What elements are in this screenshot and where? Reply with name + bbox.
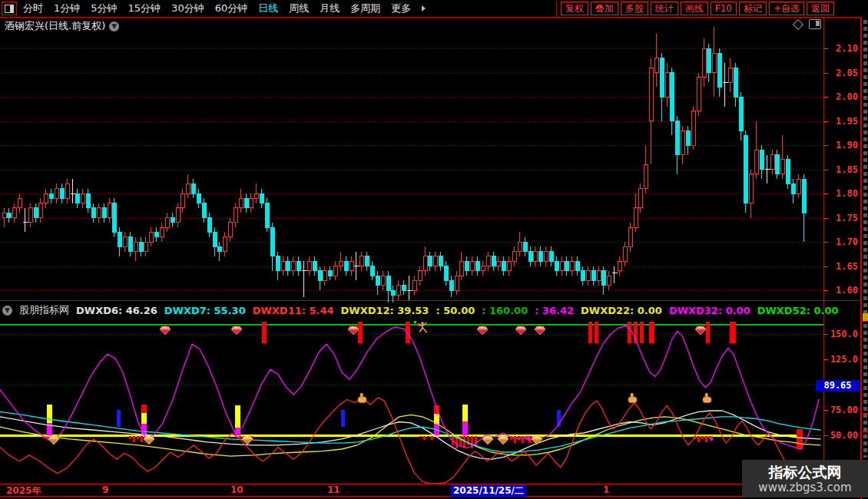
- candle: [197, 193, 200, 203]
- chevron-down-icon[interactable]: ▼: [109, 21, 119, 31]
- period-tab-5分钟[interactable]: 5分钟: [91, 0, 117, 17]
- candle: [176, 208, 180, 223]
- candle: [307, 261, 311, 271]
- candle: [749, 174, 753, 203]
- period-tab-60分钟[interactable]: 60分钟: [215, 0, 248, 17]
- candle: [538, 252, 542, 262]
- candle: [707, 48, 711, 73]
- period-tab-日线[interactable]: 日线: [258, 0, 278, 17]
- toolbar-button-返回[interactable]: 返回: [807, 2, 834, 15]
- candle: [91, 208, 95, 218]
- candle: [65, 183, 69, 198]
- period-tab-周线[interactable]: 周线: [289, 0, 309, 17]
- candle: [433, 256, 437, 266]
- candle: [649, 68, 653, 121]
- period-tab-15分钟[interactable]: 15分钟: [128, 0, 161, 17]
- period-tab-分时[interactable]: 分时: [23, 0, 43, 17]
- signal-hash: [522, 436, 524, 443]
- period-tab-30分钟[interactable]: 30分钟: [171, 0, 204, 17]
- candle: [186, 183, 190, 193]
- period-tab-多周期[interactable]: 多周期: [350, 0, 380, 17]
- period-tab-1分钟[interactable]: 1分钟: [54, 0, 80, 17]
- indicator-value: : 50.00: [436, 305, 475, 316]
- signal-column: [797, 429, 803, 449]
- indicator-value: DWXD12: 39.53: [341, 305, 429, 316]
- split-panel-icon[interactable]: [809, 19, 821, 29]
- signal-hash: [419, 436, 422, 437]
- candle: [654, 58, 658, 73]
- signal-column: [341, 410, 345, 427]
- chart-canvas[interactable]: [0, 0, 868, 499]
- indicator-value: DWXD32: 0.00: [669, 305, 750, 316]
- toolbar-button-叠加[interactable]: 叠加: [591, 2, 618, 15]
- selected-date-label: 2025/11/25/二: [451, 484, 526, 497]
- watermark-title: 指标公式网: [769, 464, 842, 481]
- collapse-indicator-icon[interactable]: ▼: [2, 306, 12, 316]
- candle: [2, 213, 6, 217]
- date-axis: [0, 484, 868, 497]
- toolbar-button-+自选[interactable]: +自选: [769, 2, 804, 15]
- candle: [412, 280, 416, 290]
- candle: [786, 160, 790, 184]
- candle: [318, 271, 322, 281]
- candle: [770, 155, 774, 170]
- candle: [44, 193, 48, 203]
- candle: [97, 208, 101, 218]
- toolbar-button-统计[interactable]: 统计: [651, 2, 678, 15]
- candle: [207, 218, 211, 233]
- candle: [359, 256, 363, 266]
- signal-top-bar: [649, 322, 654, 343]
- signal-column: [462, 421, 468, 435]
- watermark: 指标公式网 www.zbgs3.com: [742, 460, 868, 497]
- candle: [634, 208, 638, 227]
- period-tab-更多[interactable]: 更多: [391, 0, 411, 17]
- candle: [744, 135, 747, 203]
- date-tick-label: 2025年: [6, 484, 41, 497]
- candle: [154, 232, 158, 236]
- price-tick-label: 1.80: [825, 188, 858, 199]
- candle: [350, 261, 353, 271]
- toolbar-button-画线[interactable]: 画线: [681, 2, 708, 15]
- candle: [81, 193, 84, 203]
- candle: [470, 261, 474, 271]
- hand-up-icon: [358, 393, 366, 403]
- indicator-tick-label: 125.0: [825, 354, 858, 365]
- candle: [697, 78, 701, 111]
- candle: [265, 203, 269, 228]
- date-tick-label: 10: [230, 484, 244, 495]
- gem-red-icon: [515, 326, 526, 335]
- signal-column: [141, 413, 147, 424]
- candle: [675, 121, 679, 155]
- candle: [691, 111, 695, 145]
- candle: [297, 261, 300, 271]
- toolbar-button-标记[interactable]: 标记: [739, 2, 767, 15]
- candle: [149, 232, 153, 242]
- diamond-marker-icon[interactable]: [793, 18, 803, 29]
- right-sidebar[interactable]: [861, 17, 868, 499]
- candle: [734, 68, 737, 97]
- candlesticks: [2, 27, 806, 302]
- candle: [108, 203, 111, 218]
- candle: [428, 256, 432, 266]
- gem-red-icon: [477, 326, 488, 335]
- candle: [670, 73, 674, 121]
- chevron-right-icon[interactable]: [422, 5, 426, 12]
- signal-hash: [137, 436, 139, 439]
- candle: [75, 193, 79, 203]
- toolbar-button-F10[interactable]: F10: [711, 2, 737, 15]
- toolbar-buttons: 复权叠加多股统计画线F10标记+自选返回: [556, 1, 834, 16]
- candle: [213, 232, 217, 246]
- toolbar-button-多股[interactable]: 多股: [621, 2, 648, 15]
- toolbar-button-复权[interactable]: 复权: [561, 2, 588, 15]
- window-layout-button[interactable]: [2, 2, 17, 15]
- gem-red-icon: [695, 326, 706, 335]
- indicator-header: ▼ 股朋指标网 DWXD6: 46.26DWXD7: 55.30DWXD11: …: [2, 303, 839, 317]
- candle: [202, 203, 206, 218]
- candle: [607, 276, 611, 286]
- period-tab-月线[interactable]: 月线: [320, 0, 340, 17]
- candle: [712, 53, 716, 72]
- gem-red-icon: [348, 326, 359, 335]
- candle: [313, 261, 316, 271]
- signal-column: [117, 410, 121, 427]
- indicator-value: DWXD11: 5.44: [253, 305, 334, 316]
